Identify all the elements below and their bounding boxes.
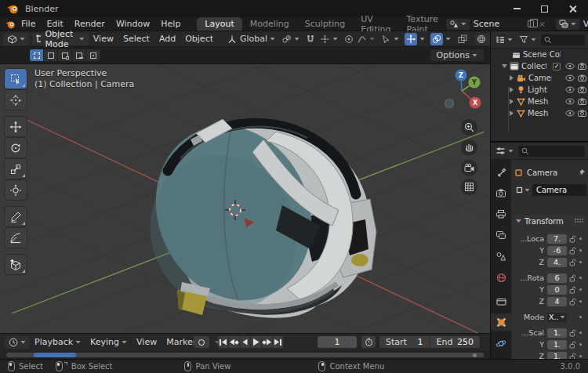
pin-icon[interactable]	[578, 168, 586, 176]
minimize-button[interactable]	[514, 8, 521, 9]
current-frame-field[interactable]: 1	[318, 336, 357, 348]
view-layer-browse-button[interactable]	[556, 19, 579, 30]
show-gizmo-toggle[interactable]	[405, 33, 425, 45]
lock-icon[interactable]	[569, 259, 576, 266]
hide-eye-icon[interactable]	[565, 110, 575, 117]
pivot-point-dropdown[interactable]	[281, 34, 299, 44]
tab-world[interactable]	[491, 269, 511, 286]
start-frame-field[interactable]: Start 1	[379, 336, 430, 348]
transform-orientation-dropdown[interactable]: Global	[227, 34, 275, 44]
animate-dot[interactable]	[579, 331, 582, 334]
outliner-search-input[interactable]	[541, 34, 585, 45]
workspace-tab-sculpting[interactable]: Sculpting	[297, 17, 353, 31]
select-subtract-button[interactable]	[58, 49, 72, 61]
xray-toggle[interactable]	[456, 33, 469, 45]
animate-dot[interactable]	[579, 316, 582, 318]
snap-toggle[interactable]	[304, 33, 317, 45]
proportional-editing-toggle[interactable]	[343, 33, 355, 45]
copy-scene-icon[interactable]	[528, 20, 534, 27]
rotation-x-field[interactable]: 6	[547, 273, 567, 283]
close-button[interactable]	[568, 5, 577, 13]
tool-scale[interactable]	[5, 159, 27, 179]
animate-dot[interactable]	[579, 300, 582, 302]
object-type-visibility-dropdown[interactable]	[381, 34, 399, 44]
tool-measure[interactable]	[5, 228, 27, 248]
outliner-display-mode-dropdown[interactable]	[494, 35, 514, 44]
animate-dot[interactable]	[579, 237, 582, 240]
tool-add-cube[interactable]	[5, 255, 27, 274]
tab-scene[interactable]	[491, 248, 511, 265]
auto-key-button[interactable]	[194, 336, 209, 348]
maximize-button[interactable]	[541, 5, 548, 13]
location-x-field[interactable]: 7.	[547, 234, 567, 244]
pan-view-button[interactable]	[461, 139, 477, 156]
expand-icon[interactable]	[510, 99, 514, 104]
use-preview-range-button[interactable]	[361, 336, 376, 348]
menu-view3d-add[interactable]: Add	[154, 34, 180, 44]
hide-eye-icon[interactable]	[565, 74, 575, 81]
jump-to-end-button[interactable]	[273, 336, 284, 348]
animate-dot[interactable]	[579, 249, 582, 252]
animate-dot[interactable]	[579, 261, 582, 263]
lock-icon[interactable]	[569, 247, 576, 255]
expand-icon[interactable]	[510, 75, 514, 81]
lock-icon[interactable]	[569, 329, 576, 337]
animate-dot[interactable]	[579, 343, 582, 346]
render-visibility-icon[interactable]	[578, 74, 586, 81]
select-intersect-button[interactable]	[86, 49, 100, 61]
hide-eye-icon[interactable]	[565, 98, 575, 105]
render-visibility-icon[interactable]	[578, 63, 586, 70]
workspace-tab-uv-editing[interactable]: UV Editing	[353, 17, 398, 31]
editor-type-selector[interactable]	[3, 33, 29, 45]
outliner-row-scene-collection[interactable]: Scene Collection	[491, 49, 588, 60]
tab-render[interactable]	[491, 184, 511, 201]
properties-search-input[interactable]	[518, 146, 585, 157]
lock-icon[interactable]	[569, 353, 576, 360]
tool-rotate[interactable]	[5, 138, 27, 158]
workspace-tab-texture-paint[interactable]: Texture Paint	[399, 17, 446, 31]
tab-collection[interactable]	[491, 292, 511, 310]
menu-window[interactable]: Window	[111, 17, 155, 31]
end-frame-field[interactable]: End 250	[430, 336, 481, 348]
rotation-mode-dropdown[interactable]: X..	[547, 313, 567, 322]
outliner-row-collection[interactable]: Collection	[491, 60, 588, 72]
blender-menu-button[interactable]	[5, 17, 16, 31]
next-keyframe-button[interactable]	[262, 336, 273, 348]
collection-checkbox[interactable]	[553, 63, 561, 71]
outliner-row-camera[interactable]: Camera	[491, 72, 588, 84]
animate-dot[interactable]	[579, 277, 582, 279]
lock-icon[interactable]	[569, 235, 576, 243]
tool-transform[interactable]	[5, 180, 27, 200]
menu-view3d-select[interactable]: Select	[118, 34, 154, 44]
menu-playback[interactable]: Playback	[30, 337, 85, 347]
menu-keying[interactable]: Keying	[85, 337, 132, 347]
expand-icon[interactable]	[510, 87, 514, 92]
outliner-row-mesh-2[interactable]: Mesh	[491, 107, 588, 119]
tool-cursor[interactable]	[5, 90, 27, 110]
tool-select-box[interactable]	[5, 69, 27, 89]
expand-icon[interactable]	[510, 110, 514, 116]
tool-annotate[interactable]	[5, 207, 27, 226]
scene-name-field[interactable]: Scene	[470, 19, 550, 30]
tool-move[interactable]	[5, 117, 27, 136]
animate-dot[interactable]	[579, 355, 582, 357]
collapse-icon[interactable]	[502, 64, 507, 68]
animate-dot[interactable]	[579, 288, 582, 291]
options-button[interactable]: Options	[430, 49, 484, 61]
transform-panel-header[interactable]: Transform	[513, 215, 587, 227]
menu-view3d-object[interactable]: Object	[180, 34, 218, 44]
menu-timeline-view[interactable]: View	[132, 337, 162, 347]
play-button[interactable]	[251, 336, 262, 348]
timeline-scrollbar[interactable]	[6, 353, 484, 357]
lock-icon[interactable]	[569, 341, 576, 349]
menu-help[interactable]: Help	[155, 17, 186, 31]
zoom-view-button[interactable]	[461, 119, 477, 136]
location-y-field[interactable]: -6	[547, 246, 567, 255]
playhead-region[interactable]	[34, 353, 76, 357]
outliner-row-light[interactable]: Light	[491, 84, 588, 96]
toggle-ortho-button[interactable]	[461, 179, 477, 195]
camera-view-button[interactable]	[461, 160, 477, 176]
outliner-row-mesh-1[interactable]: Mesh	[491, 96, 588, 107]
render-visibility-icon[interactable]	[578, 98, 586, 105]
mode-selector[interactable]: Object Mode	[32, 33, 89, 45]
